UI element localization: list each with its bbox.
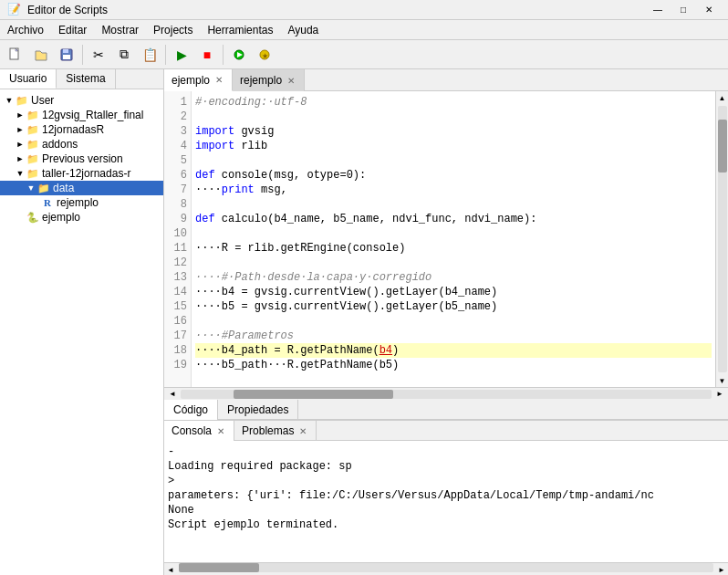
console-hscroll[interactable]: ◄ ► xyxy=(164,562,728,575)
code-line-3: import gvsig xyxy=(195,124,712,139)
hscroll-right[interactable]: ► xyxy=(713,388,726,401)
hscroll-thumb xyxy=(234,390,393,399)
prop-tab-propiedades[interactable]: Propiedades xyxy=(218,400,298,420)
sidebar-tree: ▼ 📁 User ► 📁 12gvsig_Rtaller_final ► 📁 1… xyxy=(0,89,163,575)
code-line-17: ····#Parametros xyxy=(195,329,712,343)
editor-tab-rejemplo[interactable]: rejemplo ✕ xyxy=(233,69,305,91)
svg-rect-3 xyxy=(63,49,68,53)
paste-button[interactable]: 📋 xyxy=(138,43,161,67)
sidebar: Usuario Sistema ▼ 📁 User ► 📁 12gvsig_Rta… xyxy=(0,69,164,575)
tree-toggle-data[interactable]: ▼ xyxy=(26,183,36,193)
code-line-12 xyxy=(195,256,712,270)
menu-editar[interactable]: Editar xyxy=(51,20,94,40)
code-line-18: ····b4_path = R.getPathName(b4) xyxy=(195,343,712,358)
svg-text:★: ★ xyxy=(262,52,268,60)
code-editor: 1 2 3 4 5 6 7 8 9 10 11 12 13 14 15 16 1… xyxy=(164,91,728,387)
tab-label-ejemplo: ejemplo xyxy=(172,74,210,87)
menu-projects[interactable]: Projects xyxy=(146,20,200,40)
toolbar-sep-2 xyxy=(165,45,166,65)
open-button[interactable] xyxy=(29,43,53,67)
tree-toggle-12gvsig[interactable]: ► xyxy=(15,110,26,120)
folder-icon-addons: 📁 xyxy=(26,139,40,150)
vscroll-down[interactable]: ▼ xyxy=(716,374,729,387)
minimize-button[interactable]: — xyxy=(646,2,670,18)
tree-label-data: data xyxy=(53,182,74,194)
main-layout: Usuario Sistema ▼ 📁 User ► 📁 12gvsig_Rta… xyxy=(0,69,728,575)
cut-button[interactable]: ✂ xyxy=(87,43,110,67)
save-button[interactable] xyxy=(55,43,78,67)
vscroll-track[interactable] xyxy=(718,106,727,372)
code-line-13: ····#·Path·desde·la·capa·y·corregido xyxy=(195,270,712,285)
console-hscroll-left[interactable]: ◄ xyxy=(164,563,177,575)
maximize-button[interactable]: □ xyxy=(671,2,695,18)
code-line-15: ····b5 = gvsig.currentView().getLayer(b5… xyxy=(195,299,712,314)
console-line-params: parameters: {'uri': file:/C:/Users/Versu… xyxy=(168,488,724,503)
editor-tabs: ejemplo ✕ rejemplo ✕ xyxy=(164,69,728,91)
close-button[interactable]: ✕ xyxy=(697,2,721,18)
prop-tab-codigo[interactable]: Código xyxy=(164,400,218,420)
tree-item-prevversion[interactable]: ► 📁 Previous version xyxy=(0,152,163,166)
bottom-panel: Consola ✕ Problemas ✕ - Loading required… xyxy=(164,420,728,575)
editor-tab-ejemplo[interactable]: ejemplo ✕ xyxy=(164,69,233,91)
sidebar-tab-sistema[interactable]: Sistema xyxy=(57,69,115,89)
code-line-4: import rlib xyxy=(195,139,712,153)
menu-ayuda[interactable]: Ayuda xyxy=(280,20,326,40)
tab-close-ejemplo[interactable]: ✕ xyxy=(213,75,224,85)
stop-button[interactable]: ■ xyxy=(195,43,219,67)
tree-item-user[interactable]: ▼ 📁 User xyxy=(0,93,163,108)
code-line-7: ····print msg, xyxy=(195,183,712,197)
bottom-tab-problemas[interactable]: Problemas ✕ xyxy=(234,421,317,441)
tree-label-12gvsig: 12gvsig_Rtaller_final xyxy=(42,109,143,121)
prop-tabs-row: Código Propiedades xyxy=(164,400,728,420)
console-line-terminated: Script ejemplo terminated. xyxy=(168,518,724,532)
new-button[interactable] xyxy=(4,43,27,67)
folder-icon-12jornadas: 📁 xyxy=(26,124,40,135)
code-line-2 xyxy=(195,110,712,124)
line-numbers: 1 2 3 4 5 6 7 8 9 10 11 12 13 14 15 16 1… xyxy=(164,91,192,387)
code-vscroll[interactable]: ▲ ▼ xyxy=(715,91,728,387)
tree-toggle-prevversion[interactable]: ► xyxy=(15,154,26,163)
menu-mostrar[interactable]: Mostrar xyxy=(94,20,146,40)
tree-item-12gvsig[interactable]: ► 📁 12gvsig_Rtaller_final xyxy=(0,108,163,122)
py-icon-ejemplo: 🐍 xyxy=(26,212,40,223)
tools-button[interactable]: ★ xyxy=(253,43,276,67)
tree-item-ejemplo[interactable]: 🐍 ejemplo xyxy=(0,210,163,225)
title-bar-text: Editor de Scripts xyxy=(27,4,646,16)
bottom-tab-close-problemas[interactable]: ✕ xyxy=(297,426,308,436)
tree-label-prevversion: Previous version xyxy=(42,152,123,165)
menu-herramientas[interactable]: Herramientas xyxy=(200,20,280,40)
console-area[interactable]: - Loading required package: sp > paramet… xyxy=(164,441,728,562)
tree-toggle-taller12[interactable]: ▼ xyxy=(15,169,26,178)
editor-area: ejemplo ✕ rejemplo ✕ 1 2 3 4 5 6 7 8 9 1… xyxy=(164,69,728,575)
hscroll-left[interactable]: ◄ xyxy=(166,388,179,401)
folder-icon-12gvsig: 📁 xyxy=(26,110,40,120)
menu-archivo[interactable]: Archivo xyxy=(0,20,51,40)
toolbar: ✂ ⧉ 📋 ▶ ■ ★ xyxy=(0,40,728,69)
folder-icon-taller12: 📁 xyxy=(26,168,40,179)
tree-toggle-12jornadas[interactable]: ► xyxy=(15,125,26,134)
sidebar-tabs: Usuario Sistema xyxy=(0,69,163,89)
code-content[interactable]: #·encoding:·utf-8 import gvsig import rl… xyxy=(192,91,715,387)
code-hscroll[interactable]: ◄ ► xyxy=(164,387,728,400)
debug-button[interactable] xyxy=(227,43,251,67)
tree-item-taller12[interactable]: ▼ 📁 taller-12jornadas-r xyxy=(0,166,163,181)
tree-item-addons[interactable]: ► 📁 addons xyxy=(0,137,163,152)
bottom-tab-consola[interactable]: Consola ✕ xyxy=(164,421,234,441)
console-hscroll-right[interactable]: ► xyxy=(715,563,728,575)
console-hscroll-track[interactable] xyxy=(179,563,713,572)
tree-toggle-user[interactable]: ▼ xyxy=(4,96,15,105)
tree-item-rejemplo[interactable]: R rejemplo xyxy=(0,195,163,210)
tab-close-rejemplo[interactable]: ✕ xyxy=(286,76,296,86)
code-line-8 xyxy=(195,197,712,212)
hscroll-track[interactable] xyxy=(181,390,712,399)
copy-button[interactable]: ⧉ xyxy=(112,43,136,67)
tree-item-12jornadas[interactable]: ► 📁 12jornadasR xyxy=(0,122,163,137)
vscroll-up[interactable]: ▲ xyxy=(716,91,729,104)
tree-label-addons: addons xyxy=(42,138,78,151)
run-button[interactable]: ▶ xyxy=(170,43,193,67)
bottom-tab-close-consola[interactable]: ✕ xyxy=(215,426,226,436)
tree-item-data[interactable]: ▼ 📁 data xyxy=(0,181,163,195)
sidebar-tab-usuario[interactable]: Usuario xyxy=(0,69,57,89)
bottom-tab-label-consola: Consola xyxy=(172,424,212,437)
tree-toggle-addons[interactable]: ► xyxy=(15,140,26,149)
